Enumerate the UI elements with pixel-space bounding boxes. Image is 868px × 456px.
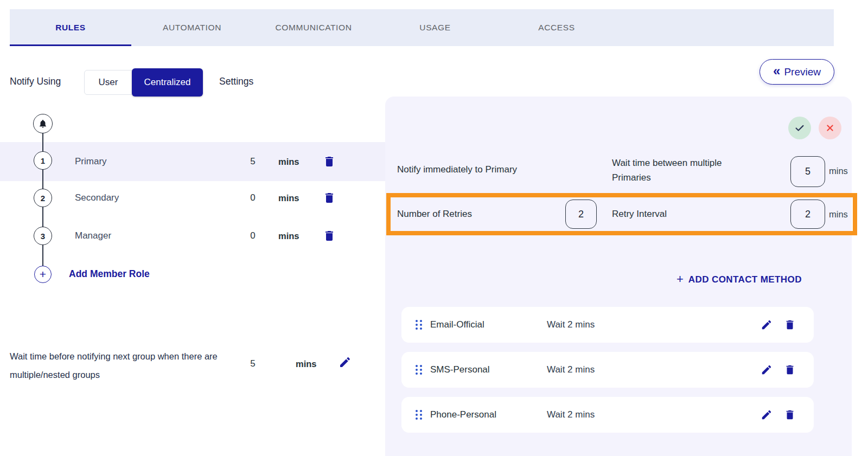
mode-user-button[interactable]: User bbox=[84, 70, 132, 95]
role-row-manager[interactable]: Manager 0 mins bbox=[0, 216, 385, 255]
add-contact-method-button[interactable]: + ADD CONTACT METHOD bbox=[676, 274, 802, 285]
double-chevron-left-icon: « bbox=[773, 65, 780, 78]
step-number-2: 2 bbox=[34, 189, 52, 207]
delete-role-button[interactable] bbox=[323, 229, 336, 242]
role-wait-value: 0 bbox=[245, 192, 260, 203]
tab-usage[interactable]: USAGE bbox=[374, 9, 496, 46]
role-wait-value: 5 bbox=[245, 156, 260, 167]
pencil-icon bbox=[339, 356, 352, 369]
drag-handle-icon[interactable] bbox=[416, 365, 422, 375]
trash-icon bbox=[323, 191, 336, 204]
group-wait-note-line2: multiple/nested groups bbox=[10, 366, 248, 384]
add-role-plus-icon[interactable]: + bbox=[34, 266, 52, 283]
contact-method-wait: Wait 2 mins bbox=[547, 319, 595, 330]
delete-contact-method-button[interactable] bbox=[784, 364, 796, 376]
group-wait-note: Wait time before notifying next group wh… bbox=[10, 348, 248, 384]
notify-immediately-label: Notify immediately to Primary bbox=[397, 164, 517, 175]
role-row-secondary[interactable]: Secondary 0 mins bbox=[0, 178, 385, 217]
step-number-1: 1 bbox=[34, 151, 52, 170]
tab-access[interactable]: ACCESS bbox=[496, 9, 617, 46]
pencil-icon bbox=[761, 409, 773, 421]
preview-button-label: Preview bbox=[784, 66, 821, 78]
role-wait-value: 0 bbox=[245, 230, 260, 241]
contact-method-row-phone: Phone-Personal Wait 2 mins bbox=[401, 397, 814, 433]
tab-access-label: ACCESS bbox=[538, 23, 575, 33]
role-name: Secondary bbox=[75, 192, 119, 203]
trash-icon bbox=[784, 364, 796, 376]
contact-method-wait: Wait 2 mins bbox=[547, 409, 595, 420]
add-member-role-button[interactable]: Add Member Role bbox=[69, 268, 150, 280]
pencil-icon bbox=[761, 319, 773, 331]
tab-communication-label: COMMUNICATION bbox=[276, 23, 352, 33]
retry-interval-input[interactable]: 2 bbox=[790, 200, 825, 229]
role-row-primary[interactable]: Primary 5 mins bbox=[0, 142, 385, 181]
contact-method-row-sms: SMS-Personal Wait 2 mins bbox=[401, 352, 814, 388]
contact-method-name: Phone-Personal bbox=[430, 409, 496, 420]
number-of-retries-input[interactable]: 2 bbox=[565, 200, 597, 229]
edit-contact-method-button[interactable] bbox=[761, 409, 773, 421]
group-wait-unit: mins bbox=[296, 359, 317, 369]
role-wait-unit: mins bbox=[278, 231, 299, 241]
role-wait-unit: mins bbox=[278, 157, 299, 167]
step-number-3: 3 bbox=[34, 227, 52, 245]
mode-centralized-button[interactable]: Centralized bbox=[132, 68, 203, 97]
group-wait-value: 5 bbox=[245, 358, 260, 369]
notify-using-label: Notify Using bbox=[10, 76, 61, 87]
trash-icon bbox=[323, 229, 336, 242]
edit-contact-method-button[interactable] bbox=[761, 319, 773, 331]
tab-communication[interactable]: COMMUNICATION bbox=[253, 9, 374, 46]
confirm-button[interactable] bbox=[788, 117, 811, 139]
tab-rules-label: RULES bbox=[55, 23, 86, 33]
edit-contact-method-button[interactable] bbox=[761, 364, 773, 376]
cancel-button[interactable] bbox=[819, 117, 841, 139]
role-name: Primary bbox=[75, 156, 107, 167]
delete-contact-method-button[interactable] bbox=[784, 409, 796, 421]
wait-between-primaries-unit: mins bbox=[829, 166, 848, 176]
contact-method-wait: Wait 2 mins bbox=[547, 364, 595, 375]
preview-button[interactable]: « Preview bbox=[760, 59, 834, 85]
drag-handle-icon[interactable] bbox=[416, 410, 422, 420]
contact-method-name: SMS-Personal bbox=[430, 364, 490, 375]
retry-interval-label: Retry Interval bbox=[612, 209, 667, 220]
number-of-retries-label: Number of Retries bbox=[397, 209, 472, 220]
wait-between-primaries-input[interactable]: 5 bbox=[790, 156, 825, 187]
escalation-rules-screen: RULES AUTOMATION COMMUNICATION USAGE ACC… bbox=[0, 0, 868, 456]
contact-method-row-email: Email-Official Wait 2 mins bbox=[401, 307, 814, 343]
delete-role-button[interactable] bbox=[323, 155, 336, 168]
wait-between-primaries-label: Wait time between multiple Primaries bbox=[612, 156, 748, 185]
role-wait-unit: mins bbox=[278, 193, 299, 203]
edit-group-wait-button[interactable] bbox=[339, 356, 353, 370]
contact-method-name: Email-Official bbox=[430, 319, 484, 330]
delete-role-button[interactable] bbox=[323, 191, 336, 204]
tab-automation[interactable]: AUTOMATION bbox=[131, 9, 253, 46]
pencil-icon bbox=[761, 364, 773, 376]
tab-bar: RULES AUTOMATION COMMUNICATION USAGE ACC… bbox=[10, 9, 834, 46]
trash-icon bbox=[323, 155, 336, 168]
tab-automation-label: AUTOMATION bbox=[163, 23, 221, 33]
tab-usage-label: USAGE bbox=[419, 23, 450, 33]
notify-mode-toggle: User Centralized bbox=[84, 68, 203, 97]
centralized-settings-panel: Notify immediately to Primary Wait time … bbox=[385, 97, 852, 456]
role-name: Manager bbox=[75, 230, 111, 241]
add-contact-method-label: ADD CONTACT METHOD bbox=[688, 274, 802, 285]
retry-settings-highlight-outline: Number of Retries 2 Retry Interval 2 min… bbox=[386, 193, 857, 235]
settings-label: Settings bbox=[219, 76, 253, 87]
plus-icon: + bbox=[676, 273, 684, 285]
group-wait-note-line1: Wait time before notifying next group wh… bbox=[10, 348, 248, 366]
delete-contact-method-button[interactable] bbox=[784, 319, 796, 331]
retry-interval-unit: mins bbox=[829, 209, 848, 220]
drag-handle-icon[interactable] bbox=[416, 320, 422, 330]
check-icon bbox=[794, 122, 806, 134]
active-tab-underline bbox=[10, 44, 131, 46]
close-icon bbox=[825, 123, 835, 133]
notification-bell-icon bbox=[33, 114, 53, 133]
trash-icon bbox=[784, 319, 796, 331]
trash-icon bbox=[784, 409, 796, 421]
tab-rules[interactable]: RULES bbox=[10, 9, 131, 46]
